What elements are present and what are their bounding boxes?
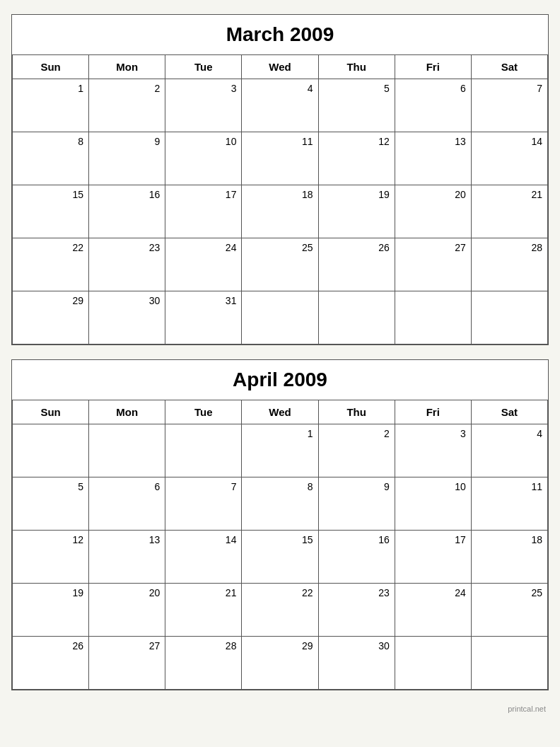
table-row [165,424,242,477]
table-row: 25 [242,238,318,291]
table-row: 8 [242,477,318,531]
table-row: 20 [395,185,472,238]
april-header-thu: Thu [319,400,395,424]
table-row: 18 [472,531,548,584]
table-row: 17 [165,185,242,238]
table-row: 13 [89,531,165,584]
table-row: 23 [89,238,165,291]
table-row: 28 [472,238,548,291]
april-header-sat: Sat [472,400,548,424]
march-header-tue: Tue [165,55,242,79]
table-row: 17 [395,531,472,584]
table-row: 25 [472,584,548,637]
table-row: 27 [395,238,472,291]
table-row: 2 [89,79,165,132]
table-row: 23 [319,584,395,637]
table-row [89,424,165,477]
table-row: 16 [89,185,165,238]
table-row: 26 [13,637,89,690]
april-header-sun: Sun [13,400,89,424]
table-row: 7 [165,477,242,531]
table-row: 26 [319,238,395,291]
table-row: 20 [89,584,165,637]
table-row [242,291,318,344]
table-row: 10 [165,132,242,185]
table-row: 1 [13,79,89,132]
march-header-sat: Sat [472,55,548,79]
april-grid: Sun Mon Tue Wed Thu Fri Sat 1 2 3 4 5 6 … [12,400,548,690]
table-row: 21 [165,584,242,637]
table-row: 15 [13,185,89,238]
march-header-thu: Thu [319,55,395,79]
table-row: 5 [319,79,395,132]
table-row: 13 [395,132,472,185]
april-header-tue: Tue [165,400,242,424]
table-row: 8 [13,132,89,185]
table-row: 28 [165,637,242,690]
table-row: 9 [89,132,165,185]
table-row: 11 [472,477,548,531]
table-row: 21 [472,185,548,238]
march-header-fri: Fri [395,55,472,79]
table-row: 19 [13,584,89,637]
table-row: 3 [395,424,472,477]
march-header-wed: Wed [242,55,318,79]
table-row: 24 [395,584,472,637]
table-row: 12 [13,531,89,584]
table-row: 3 [165,79,242,132]
table-row: 31 [165,291,242,344]
table-row: 30 [319,637,395,690]
table-row: 22 [13,238,89,291]
table-row: 10 [395,477,472,531]
april-calendar: April 2009 Sun Mon Tue Wed Thu Fri Sat 1… [11,359,549,690]
table-row: 18 [242,185,318,238]
april-header-wed: Wed [242,400,318,424]
march-grid: Sun Mon Tue Wed Thu Fri Sat 1 2 3 4 5 6 … [12,55,548,344]
table-row [319,291,395,344]
march-calendar: March 2009 Sun Mon Tue Wed Thu Fri Sat 1… [11,14,549,345]
table-row: 15 [242,531,318,584]
table-row: 30 [89,291,165,344]
table-row: 29 [242,637,318,690]
march-header-sun: Sun [13,55,89,79]
table-row: 24 [165,238,242,291]
table-row: 6 [395,79,472,132]
table-row: 22 [242,584,318,637]
march-title: March 2009 [12,15,548,55]
table-row: 16 [319,531,395,584]
table-row [13,424,89,477]
table-row: 14 [165,531,242,584]
table-row: 4 [242,79,318,132]
april-header-fri: Fri [395,400,472,424]
table-row [395,291,472,344]
march-header-mon: Mon [89,55,165,79]
table-row: 7 [472,79,548,132]
table-row: 11 [242,132,318,185]
table-row [395,637,472,690]
table-row: 9 [319,477,395,531]
table-row: 29 [13,291,89,344]
table-row: 12 [319,132,395,185]
april-title: April 2009 [12,360,548,400]
watermark: printcal.net [11,705,549,713]
april-header-mon: Mon [89,400,165,424]
table-row: 5 [13,477,89,531]
table-row: 4 [472,424,548,477]
table-row: 27 [89,637,165,690]
table-row [472,291,548,344]
table-row: 1 [242,424,318,477]
table-row [472,637,548,690]
table-row: 14 [472,132,548,185]
table-row: 19 [319,185,395,238]
table-row: 6 [89,477,165,531]
table-row: 2 [319,424,395,477]
